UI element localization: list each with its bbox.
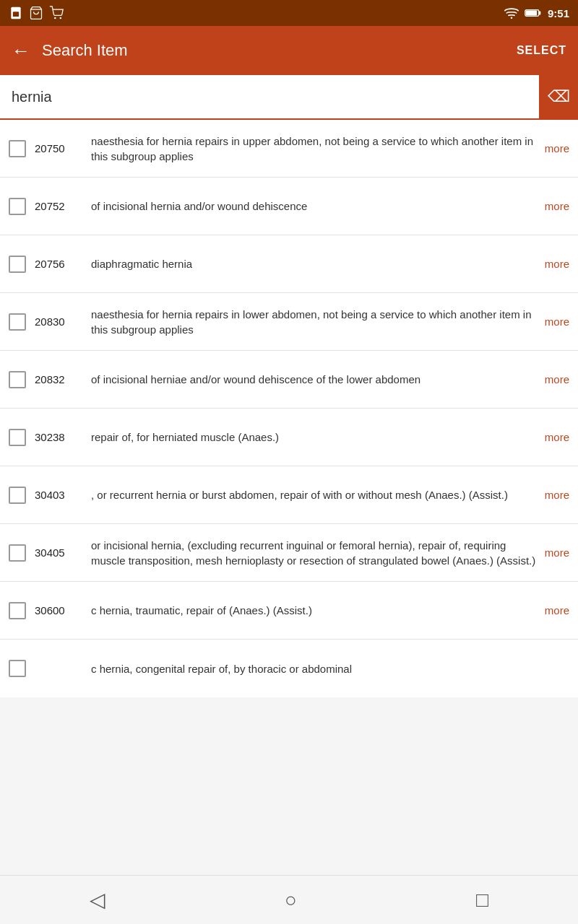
item-checkbox-7[interactable] xyxy=(9,544,26,562)
item-checkbox-3[interactable] xyxy=(9,313,26,331)
item-desc-9: c hernia, congenital repair of, by thora… xyxy=(91,661,569,676)
more-button-0[interactable]: more xyxy=(545,142,569,154)
list-item: 20756 diaphragmatic hernia more xyxy=(0,235,578,293)
more-button-6[interactable]: more xyxy=(545,489,569,501)
svg-point-4 xyxy=(60,17,62,19)
item-desc-3: naesthesia for hernia repairs in lower a… xyxy=(91,307,538,337)
app-bar-title: Search Item xyxy=(42,41,128,60)
item-desc-0: naesthesia for hernia repairs in upper a… xyxy=(91,134,538,164)
list-item: 20832 of incisional herniae and/or wound… xyxy=(0,351,578,409)
list-item: 30600 c hernia, traumatic, repair of (An… xyxy=(0,582,578,640)
svg-point-5 xyxy=(511,17,513,19)
select-button[interactable]: SELECT xyxy=(517,44,566,57)
item-checkbox-1[interactable] xyxy=(9,198,26,215)
list-item: 20830 naesthesia for hernia repairs in l… xyxy=(0,293,578,351)
item-checkbox-8[interactable] xyxy=(9,602,26,619)
status-icons-right: 9:51 xyxy=(504,7,569,19)
item-code-6: 30403 xyxy=(35,489,84,501)
list-item: c hernia, congenital repair of, by thora… xyxy=(0,640,578,697)
svg-rect-7 xyxy=(526,11,537,16)
time-display: 9:51 xyxy=(548,7,569,19)
battery-icon xyxy=(525,8,542,18)
item-code-2: 20756 xyxy=(35,258,84,270)
item-checkbox-9[interactable] xyxy=(9,660,26,677)
more-button-5[interactable]: more xyxy=(545,431,569,443)
item-desc-1: of incisional hernia and/or wound dehisc… xyxy=(91,199,538,214)
item-code-8: 30600 xyxy=(35,604,84,616)
list-item: 30405 or incisional hernia, (excluding r… xyxy=(0,524,578,582)
sim-icon xyxy=(9,6,23,20)
item-code-0: 20750 xyxy=(35,142,84,154)
item-code-1: 20752 xyxy=(35,200,84,212)
clear-button[interactable]: ⌫ xyxy=(539,75,578,118)
shopping-cart-icon xyxy=(49,6,64,20)
item-checkbox-5[interactable] xyxy=(9,429,26,446)
item-checkbox-4[interactable] xyxy=(9,371,26,388)
list-item: 30403 , or recurrent hernia or burst abd… xyxy=(0,466,578,524)
item-code-3: 20830 xyxy=(35,315,84,328)
recent-nav-button[interactable]: □ xyxy=(476,889,488,912)
item-desc-8: c hernia, traumatic, repair of (Anaes.) … xyxy=(91,603,538,618)
item-desc-5: repair of, for herniated muscle (Anaes.) xyxy=(91,430,538,445)
app-bar-left: ← Search Item xyxy=(12,40,128,62)
svg-rect-8 xyxy=(539,11,541,14)
back-nav-button[interactable]: ◁ xyxy=(90,888,105,912)
svg-point-3 xyxy=(54,17,56,19)
item-checkbox-2[interactable] xyxy=(9,256,26,273)
list-item: 30238 repair of, for herniated muscle (A… xyxy=(0,409,578,466)
back-button[interactable]: ← xyxy=(12,40,30,62)
more-button-4[interactable]: more xyxy=(545,373,569,385)
item-desc-7: or incisional hernia, (excluding recurre… xyxy=(91,538,538,568)
shopping-bag-icon xyxy=(29,6,43,20)
item-desc-2: diaphragmatic hernia xyxy=(91,256,538,271)
more-button-7[interactable]: more xyxy=(545,546,569,559)
item-code-7: 30405 xyxy=(35,546,84,559)
item-checkbox-0[interactable] xyxy=(9,140,26,157)
more-button-3[interactable]: more xyxy=(545,315,569,328)
svg-rect-1 xyxy=(13,12,19,17)
more-button-1[interactable]: more xyxy=(545,200,569,212)
search-bar: ⌫ xyxy=(0,75,578,120)
search-input[interactable] xyxy=(0,89,539,105)
item-checkbox-6[interactable] xyxy=(9,487,26,504)
item-code-4: 20832 xyxy=(35,373,84,385)
item-desc-4: of incisional herniae and/or wound dehis… xyxy=(91,372,538,387)
clear-icon: ⌫ xyxy=(548,87,570,106)
status-icons-left xyxy=(9,6,64,20)
bottom-navigation: ◁ ○ □ xyxy=(0,875,578,924)
list-item: 20752 of incisional hernia and/or wound … xyxy=(0,178,578,235)
wifi-icon xyxy=(504,7,519,19)
results-list: 20750 naesthesia for hernia repairs in u… xyxy=(0,120,578,755)
item-desc-6: , or recurrent hernia or burst abdomen, … xyxy=(91,487,538,502)
more-button-2[interactable]: more xyxy=(545,258,569,270)
list-item: 20750 naesthesia for hernia repairs in u… xyxy=(0,120,578,178)
item-code-5: 30238 xyxy=(35,431,84,443)
home-nav-button[interactable]: ○ xyxy=(285,889,297,912)
app-bar: ← Search Item SELECT xyxy=(0,26,578,75)
more-button-8[interactable]: more xyxy=(545,604,569,616)
status-bar: 9:51 xyxy=(0,0,578,26)
